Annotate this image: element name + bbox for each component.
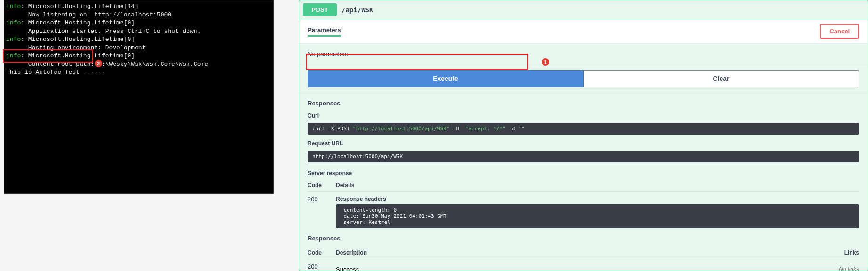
operation-header[interactable]: POST /api/WSK (299, 0, 868, 19)
responses-code: 200 (308, 263, 336, 270)
execute-button[interactable]: Execute (308, 70, 584, 87)
terminal-window: info: Microsoft.Hosting.Lifetime[14] Now… (4, 0, 274, 194)
no-parameters-text: No parameters (299, 44, 868, 64)
console-line: Hosting environment: Development (6, 44, 273, 52)
console-line: Content root path: D:\Wesky\Wsk\Wsk.Core… (6, 60, 273, 69)
col-links: Links (836, 249, 859, 256)
log-text: Content root path: D:\Wesky\Wsk\Wsk.Core… (6, 61, 208, 68)
curl-header: "accept: */*" (465, 126, 506, 132)
server-response-table: Code Details 200 Response headers conten… (299, 178, 868, 232)
curl-tail: -d "" (506, 126, 525, 132)
parameters-title: Parameters (308, 26, 341, 37)
responses-title-2: Responses (299, 232, 868, 246)
console-line: info: Microsoft.Hosting.Lifetime[0] (6, 52, 273, 60)
responses-description: Success (336, 263, 836, 271)
swagger-operation-panel: POST /api/WSK Parameters Cancel No param… (299, 0, 868, 271)
console-line: info: Microsoft.Hosting.Lifetime[0] (6, 35, 273, 44)
curl-command[interactable]: curl -X POST "http://localhost:5000/api/… (308, 123, 859, 135)
console-line: This is Autofac Test ······ (6, 68, 273, 77)
server-response-title: Server response (299, 166, 868, 178)
parameters-bar: Parameters Cancel (299, 19, 868, 44)
log-text: Now listening on: http://localhost:5000 (6, 11, 171, 18)
responses-row: 200 Success No links (308, 259, 859, 271)
response-headers-block[interactable]: content-length: 0 date: Sun30 May 2021 0… (336, 204, 859, 228)
log-text: Application started. Press Ctrl+C to shu… (6, 28, 201, 35)
log-text: : Microsoft.Hosting.Lifetime[0] (21, 52, 135, 59)
response-code: 200 (308, 196, 336, 203)
execute-row: Execute Clear (299, 64, 868, 93)
col-details: Details (336, 182, 859, 189)
log-level: info (6, 36, 21, 43)
log-text: : Microsoft.Hosting.Lifetime[0] (21, 19, 135, 26)
col-description: Description (336, 249, 836, 256)
request-url-title: Request URL (299, 138, 868, 149)
endpoint-path: /api/WSK (341, 6, 373, 14)
col-code: Code (308, 182, 336, 189)
annotation-badge-1: 1 (542, 58, 549, 66)
log-text: This is Autofac Test ······ (6, 69, 105, 76)
curl-mid: -H (449, 126, 465, 132)
curl-title: Curl (299, 111, 868, 121)
console-line: Now listening on: http://localhost:5000 (6, 11, 273, 19)
server-response-header-row: Code Details (308, 179, 859, 192)
console-line: info: Microsoft.Hosting.Lifetime[14] (6, 2, 273, 11)
log-text: : Microsoft.Hosting.Lifetime[14] (21, 3, 138, 10)
log-text: : Microsoft.Hosting.Lifetime[0] (21, 36, 135, 43)
curl-url: "http://localhost:5000/api/WSK" (353, 126, 449, 132)
log-level: info (6, 3, 21, 10)
http-method-badge: POST (303, 3, 337, 16)
console-line: info: Microsoft.Hosting.Lifetime[0] (6, 19, 273, 27)
col-code-2: Code (308, 249, 336, 256)
responses-title: Responses (299, 93, 868, 111)
curl-pre: curl -X POST (312, 126, 353, 132)
log-level: info (6, 19, 21, 26)
responses-table: Code Description Links 200 Success No li… (299, 246, 868, 271)
responses-header-row: Code Description Links (308, 247, 859, 259)
annotation-badge-2: 2 (95, 60, 102, 67)
log-level: info (6, 52, 21, 59)
response-headers-label: Response headers (336, 196, 859, 202)
responses-links: No links (836, 263, 859, 271)
console-line: Application started. Press Ctrl+C to shu… (6, 27, 273, 36)
clear-button[interactable]: Clear (584, 70, 859, 87)
request-url-block[interactable]: http://localhost:5000/api/WSK (308, 151, 859, 162)
cancel-button[interactable]: Cancel (820, 24, 859, 39)
server-response-row: 200 Response headers content-length: 0 d… (308, 192, 859, 229)
log-text: Hosting environment: Development (6, 44, 146, 51)
